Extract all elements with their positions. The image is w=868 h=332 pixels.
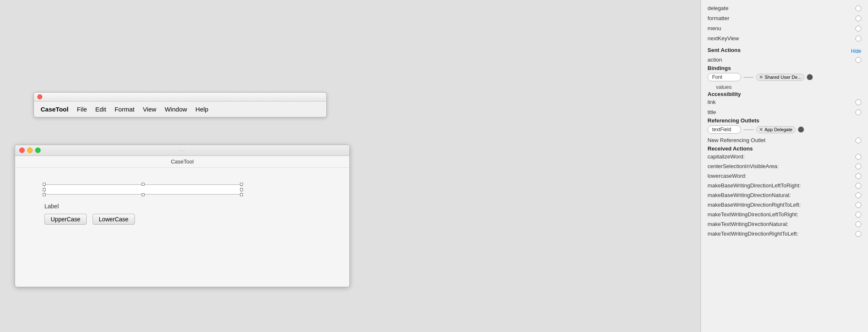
action-label-lowercase: lowercaseWord: (708, 173, 855, 179)
bindings-section: Bindings Font —— ✕ Shared User De... val… (708, 65, 861, 91)
action-label-maketext-natural: makeTextWritingDirectionNatural: (708, 221, 855, 227)
handle-bottom-right[interactable] (240, 193, 243, 196)
binding-target: Shared User De... (765, 75, 801, 80)
binding-font-pill: Font (708, 73, 741, 81)
referencing-outlets-header: Referencing Outlets (708, 114, 760, 125)
action-radio-maketext-rtl[interactable] (855, 231, 861, 237)
menu-bar-titlebar (34, 93, 326, 101)
ref-x-badge: ✕ (759, 127, 763, 132)
action-radio-makebase-ltr[interactable] (855, 183, 861, 189)
outlet-radio-menu[interactable] (855, 26, 861, 31)
handle-mid-left[interactable] (43, 188, 46, 191)
action-label-makebase-natural: makeBaseWritingDirectionNatural: (708, 192, 855, 198)
hide-link[interactable]: Hide (851, 48, 861, 54)
window-title: CaseTool (171, 158, 194, 165)
right-panel: delegate formatter menu nextKeyView Sent… (700, 0, 868, 332)
action-radio-makebase-rtl[interactable] (855, 202, 861, 208)
menu-bar-window: CaseTool File Edit Format View Window He… (34, 92, 327, 117)
outlet-radio-formatter[interactable] (855, 16, 861, 21)
traffic-lights (19, 148, 41, 153)
outlet-row-delegate: delegate (708, 3, 861, 13)
main-app-window: ··· CaseTool Label (15, 145, 350, 287)
binding-font-row: Font —— ✕ Shared User De... (708, 71, 861, 83)
new-ref-outlet-radio[interactable] (855, 137, 861, 143)
main-window-body: Label UpperCase LowerCase (15, 168, 349, 233)
accessibility-link-radio[interactable] (855, 99, 861, 105)
accessibility-link: link (708, 99, 855, 105)
action-radio-makebase-natural[interactable] (855, 192, 861, 198)
menu-bar-content: CaseTool File Edit Format View Window He… (34, 101, 326, 117)
buttons-row: UpperCase LowerCase (44, 214, 341, 225)
outlet-radio-action[interactable] (855, 57, 861, 63)
ref-outlet-textfield-row: textField —— ✕ App Delegate (708, 124, 861, 135)
action-label-makebase-ltr: makeBaseWritingDirectionLeftToRight: (708, 182, 855, 189)
menu-format[interactable]: Format (114, 106, 134, 113)
action-maketext-ltr: makeTextWritingDirectionLeftToRight: (708, 210, 861, 219)
minimize-button[interactable] (27, 148, 33, 153)
ref-outlet-target: App Delegate (765, 127, 793, 132)
close-button[interactable] (19, 148, 25, 153)
action-makebase-ltr: makeBaseWritingDirectionLeftToRight: (708, 181, 861, 190)
handle-top-left[interactable] (43, 183, 46, 186)
handle-bottom-mid[interactable] (142, 193, 145, 196)
binding-circle[interactable] (807, 74, 813, 80)
outlet-radio-nextkeyview[interactable] (855, 36, 861, 42)
action-radio-capitalize[interactable] (855, 154, 861, 160)
menu-bar-close-button[interactable] (37, 94, 42, 99)
action-capitalize: capitalizeWord: (708, 152, 861, 161)
main-window-titlebar: ··· (15, 145, 349, 156)
ref-outlet-textfield-pill: textField (708, 125, 741, 134)
menu-app-name: CaseTool (41, 106, 68, 113)
received-actions-section: Received Actions capitalizeWord: centerS… (708, 145, 861, 239)
action-label-maketext-rtl: makeTextWritingDirectionRightToLeft: (708, 231, 855, 237)
handle-mid-right[interactable] (240, 188, 243, 191)
action-maketext-rtl: makeTextWritingDirectionRightToLeft: (708, 229, 861, 239)
titlebar-dots: ··· (179, 148, 185, 153)
action-lowercase: lowercaseWord: (708, 171, 861, 181)
menu-window[interactable]: Window (165, 106, 187, 113)
maximize-button[interactable] (35, 148, 41, 153)
menu-view[interactable]: View (143, 106, 156, 113)
action-radio-maketext-ltr[interactable] (855, 212, 861, 218)
action-maketext-natural: makeTextWritingDirectionNatural: (708, 219, 861, 229)
accessibility-header: Accessibility (708, 88, 741, 99)
action-radio-lowercase[interactable] (855, 173, 861, 179)
accessibility-link-row: link (708, 97, 861, 107)
outlets-section: delegate formatter menu nextKeyView (708, 3, 861, 44)
action-radio-maketext-natural[interactable] (855, 221, 861, 227)
action-makebase-rtl: makeBaseWritingDirectionRightToLeft: (708, 200, 861, 210)
outlet-radio-delegate[interactable] (855, 5, 861, 11)
handle-bottom-left[interactable] (43, 193, 46, 196)
label-display: Label (44, 203, 341, 210)
ref-outlet-circle[interactable] (798, 127, 804, 132)
uppercase-button[interactable]: UpperCase (44, 214, 87, 225)
menu-file[interactable]: File (77, 106, 87, 113)
menu-edit[interactable]: Edit (96, 106, 106, 113)
referencing-outlets-section: Referencing Outlets textField —— ✕ App D… (708, 117, 861, 145)
action-label-centerselection: centerSelectionInVisibleArea: (708, 163, 855, 169)
textfield-container (44, 184, 241, 195)
action-label-maketext-ltr: makeTextWritingDirectionLeftToRight: (708, 211, 855, 218)
accessibility-title-radio[interactable] (855, 109, 861, 115)
action-makebase-natural: makeBaseWritingDirectionNatural: (708, 190, 861, 200)
canvas-area: CaseTool File Edit Format View Window He… (0, 0, 700, 332)
lowercase-button[interactable]: LowerCase (93, 214, 135, 225)
right-panel-content: delegate formatter menu nextKeyView Sent… (701, 0, 868, 242)
action-centerselection: centerSelectionInVisibleArea: (708, 161, 861, 171)
action-radio-centerselection[interactable] (855, 163, 861, 169)
action-label-makebase-rtl: makeBaseWritingDirectionRightToLeft: (708, 202, 855, 208)
outlet-row-formatter: formatter (708, 13, 861, 23)
accessibility-section: Accessibility link title (708, 91, 861, 117)
menu-help[interactable]: Help (196, 106, 209, 113)
handle-top-right[interactable] (240, 183, 243, 186)
textfield-with-handles (44, 184, 241, 195)
ref-outlet-connector: ✕ App Delegate (756, 126, 796, 133)
outlet-label-formatter: formatter (708, 15, 855, 21)
outlet-row-nextkeyview: nextKeyView (708, 34, 861, 44)
outlet-row-menu: menu (708, 23, 861, 34)
outlet-label-menu: menu (708, 25, 855, 31)
x-badge: ✕ (759, 75, 763, 80)
action-label-capitalize: capitalizeWord: (708, 153, 855, 160)
received-actions-header: Received Actions (708, 142, 753, 153)
handle-top-mid[interactable] (142, 183, 145, 186)
